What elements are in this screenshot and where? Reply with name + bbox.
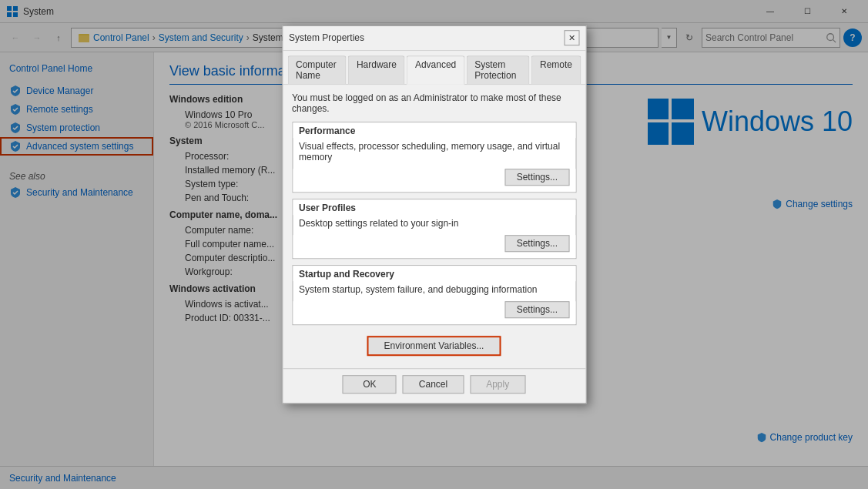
- tab-system-protection[interactable]: System Protection: [466, 55, 530, 84]
- user-profiles-description: Desktop settings related to your sign-in: [293, 215, 575, 235]
- startup-description: System startup, system failure, and debu…: [293, 281, 575, 301]
- dialog-title-bar: System Properties ✕: [283, 26, 585, 51]
- dialog-tabs: Computer Name Hardware Advanced System P…: [283, 51, 585, 85]
- dialog-body: You must be logged on as an Administrato…: [283, 85, 585, 368]
- tab-computer-name[interactable]: Computer Name: [287, 55, 347, 84]
- ok-button[interactable]: OK: [343, 375, 397, 394]
- user-profiles-settings-button[interactable]: Settings...: [505, 235, 569, 252]
- startup-settings-button[interactable]: Settings...: [505, 301, 569, 318]
- performance-btn-row: Settings...: [293, 169, 575, 192]
- performance-settings-button[interactable]: Settings...: [505, 169, 569, 186]
- tab-advanced[interactable]: Advanced: [407, 55, 464, 85]
- dialog-bottom-buttons: OK Cancel Apply: [283, 368, 585, 403]
- performance-description: Visual effects, processor scheduling, me…: [293, 138, 575, 169]
- dialog-performance-section: Performance Visual effects, processor sc…: [292, 122, 576, 193]
- user-profiles-header: User Profiles: [293, 199, 575, 215]
- startup-header: Startup and Recovery: [293, 266, 575, 281]
- user-profiles-btn-row: Settings...: [293, 235, 575, 258]
- env-var-row: Environment Variables...: [292, 331, 576, 360]
- system-properties-dialog: System Properties ✕ Computer Name Hardwa…: [282, 25, 586, 404]
- dialog-close-button[interactable]: ✕: [564, 30, 579, 45]
- tab-hardware[interactable]: Hardware: [348, 55, 405, 84]
- apply-button[interactable]: Apply: [470, 375, 525, 394]
- tab-remote[interactable]: Remote: [531, 55, 581, 84]
- dialog-title: System Properties: [289, 32, 364, 43]
- dialog-user-profiles-section: User Profiles Desktop settings related t…: [292, 199, 576, 259]
- performance-header: Performance: [293, 122, 575, 138]
- cancel-button[interactable]: Cancel: [403, 375, 464, 394]
- environment-variables-button[interactable]: Environment Variables...: [367, 336, 501, 356]
- dialog-note: You must be logged on as an Administrato…: [292, 92, 576, 114]
- dialog-startup-section: Startup and Recovery System startup, sys…: [292, 265, 576, 325]
- startup-btn-row: Settings...: [293, 301, 575, 324]
